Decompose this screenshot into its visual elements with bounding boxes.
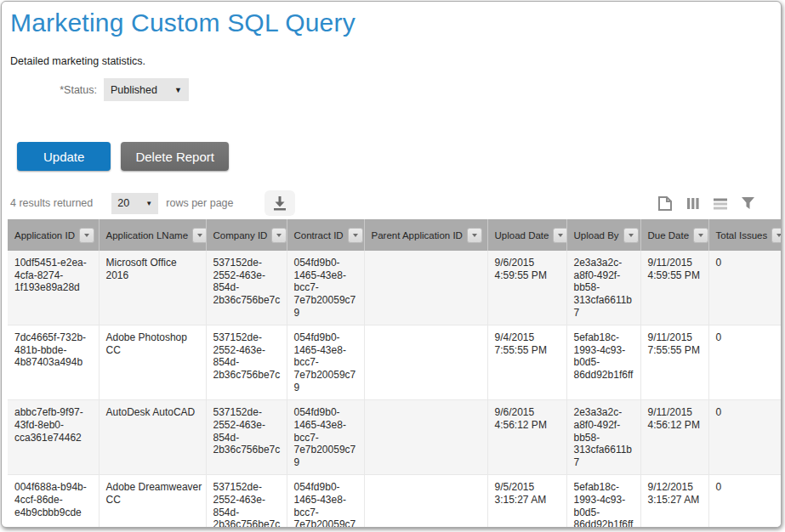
cell-total-issues: 0 xyxy=(708,400,781,475)
column-header-upload-by[interactable]: Upload By xyxy=(566,219,640,251)
cell-company-id: 537152de-2552-463e-854d-2b36c756be7c xyxy=(206,325,287,400)
update-button[interactable]: Update xyxy=(17,142,111,171)
document-icon[interactable] xyxy=(657,195,674,212)
cell-contract-id: 054fd9b0-1465-43e8-bcc7-7e7b20059c79 xyxy=(287,400,364,475)
rows-per-page-select[interactable]: 20 ▼ xyxy=(111,193,158,214)
grid-toolbar: 4 results returned 20 ▼ rows per page xyxy=(2,190,781,216)
column-menu-button[interactable] xyxy=(623,228,639,243)
cell-parent-application-id xyxy=(364,475,487,528)
report-page: Marketing Custom SQL Query Detailed mark… xyxy=(1,1,782,528)
rows-per-page-label: rows per page xyxy=(166,197,233,209)
column-menu-button[interactable] xyxy=(553,228,566,243)
chevron-down-icon: ▼ xyxy=(145,200,152,207)
cell-application-id: 10df5451-e2ea-4cfa-8274-1f193e89a28d xyxy=(8,251,99,325)
column-label: Application ID xyxy=(14,230,75,241)
column-menu-button[interactable] xyxy=(771,228,781,243)
cell-contract-id: 054fd9b0-1465-43e8-bcc7-7e7b20059c79 xyxy=(287,325,364,400)
column-header-company-id[interactable]: Company ID xyxy=(206,219,287,251)
download-button[interactable] xyxy=(265,190,295,216)
rows-icon[interactable] xyxy=(713,196,728,211)
columns-icon[interactable] xyxy=(686,196,700,211)
cell-company-id: 537152de-2552-463e-854d-2b36c756be7c xyxy=(206,475,287,528)
column-label: Due Date xyxy=(648,230,690,241)
chevron-down-icon xyxy=(84,234,89,237)
column-menu-button[interactable] xyxy=(467,228,482,243)
page-title: Marketing Custom SQL Query xyxy=(10,8,781,37)
cell-upload-by: 5efab18c-1993-4c93-b0d5-86dd92b1f6ff xyxy=(566,325,640,400)
column-menu-button[interactable] xyxy=(271,228,287,243)
cell-upload-date: 9/4/2015 7:55:55 PM xyxy=(487,325,566,400)
cell-due-date: 9/11/2015 4:59:55 PM xyxy=(640,251,708,325)
cell-parent-application-id xyxy=(364,325,487,400)
results-grid: Application ID Application LName Company… xyxy=(8,219,775,528)
cell-due-date: 9/11/2015 4:56:12 PM xyxy=(640,400,708,475)
table-row: abbc7efb-9f97-43fd-8eb0-cca361e74462 Aut… xyxy=(8,400,781,475)
column-header-upload-date[interactable]: Upload Date xyxy=(487,219,566,251)
cell-upload-date: 9/6/2015 4:59:55 PM xyxy=(487,251,566,325)
cell-application-id: 7dc4665f-732b-481b-bbde-4b87403a494b xyxy=(8,325,99,400)
cell-upload-date: 9/6/2015 4:56:12 PM xyxy=(487,400,566,475)
cell-parent-application-id xyxy=(364,400,487,475)
delete-report-button[interactable]: Delete Report xyxy=(121,142,229,171)
cell-application-id: abbc7efb-9f97-43fd-8eb0-cca361e74462 xyxy=(8,400,99,475)
cell-application-lname: Microsoft Office 2016 xyxy=(99,251,206,325)
grid-view-controls xyxy=(657,195,755,212)
cell-upload-by: 2e3a3a2c-a8f0-492f-bb58-313cfa6611b7 xyxy=(566,400,640,475)
grid-header-row: Application ID Application LName Company… xyxy=(8,219,781,251)
status-field-row: *Status: Published ▼ xyxy=(2,78,781,101)
cell-upload-by: 5efab18c-1993-4c93-b0d5-86dd92b1f6ff xyxy=(566,475,640,528)
column-label: Application LName xyxy=(106,230,189,241)
page-description: Detailed marketing statistics. xyxy=(10,55,781,67)
chevron-down-icon xyxy=(353,234,358,237)
cell-total-issues: 0 xyxy=(708,325,781,400)
column-menu-button[interactable] xyxy=(79,228,94,243)
column-label: Contract ID xyxy=(294,230,344,241)
chevron-down-icon xyxy=(558,234,563,237)
cell-parent-application-id xyxy=(364,251,487,325)
column-menu-button[interactable] xyxy=(348,228,363,243)
cell-application-lname: Adobe Dreamweaver CC xyxy=(99,475,206,528)
column-label: Parent Application ID xyxy=(372,230,463,241)
chevron-down-icon xyxy=(472,234,477,237)
status-select-value: Published xyxy=(111,84,157,96)
table-row: 7dc4665f-732b-481b-bbde-4b87403a494b Ado… xyxy=(8,325,781,400)
chevron-down-icon xyxy=(197,234,202,237)
cell-total-issues: 0 xyxy=(708,251,781,325)
table-row: 10df5451-e2ea-4cfa-8274-1f193e89a28d Mic… xyxy=(8,251,781,325)
chevron-down-icon xyxy=(698,234,703,237)
filter-icon[interactable] xyxy=(741,195,755,211)
status-label: *Status: xyxy=(2,84,97,96)
column-label: Upload By xyxy=(574,230,619,241)
column-header-contract-id[interactable]: Contract ID xyxy=(287,219,364,251)
action-buttons: Update Delete Report xyxy=(17,142,781,171)
column-menu-button[interactable] xyxy=(693,228,708,243)
column-label: Company ID xyxy=(213,230,268,241)
column-header-parent-application-id[interactable]: Parent Application ID xyxy=(364,219,487,251)
column-header-due-date[interactable]: Due Date xyxy=(640,219,708,251)
cell-upload-date: 9/5/2015 3:15:27 AM xyxy=(487,475,566,528)
chevron-down-icon xyxy=(629,234,634,237)
status-select[interactable]: Published ▼ xyxy=(104,78,189,101)
cell-due-date: 9/11/2015 7:55:55 PM xyxy=(640,325,708,400)
column-header-application-lname[interactable]: Application LName xyxy=(99,219,206,251)
column-menu-button[interactable] xyxy=(192,228,206,243)
cell-contract-id: 054fd9b0-1465-43e8-bcc7-7e7b20059c79 xyxy=(287,475,364,528)
cell-total-issues: 0 xyxy=(708,475,781,528)
cell-application-lname: AutoDesk AutoCAD xyxy=(99,400,206,475)
results-count: 4 results returned xyxy=(10,197,93,209)
cell-application-lname: Adobe Photoshop CC xyxy=(99,325,206,400)
chevron-down-icon: ▼ xyxy=(174,86,182,94)
column-label: Total Issues xyxy=(716,230,768,241)
cell-company-id: 537152de-2552-463e-854d-2b36c756be7c xyxy=(206,251,287,325)
column-label: Upload Date xyxy=(495,230,549,241)
chevron-down-icon xyxy=(276,234,282,237)
download-icon xyxy=(270,195,289,212)
cell-due-date: 9/12/2015 3:15:27 AM xyxy=(640,475,708,528)
table-row: 004f688a-b94b-4ccf-86de-e4b9cbbb9cde Ado… xyxy=(8,475,781,528)
column-header-application-id[interactable]: Application ID xyxy=(8,219,99,251)
rows-per-page-value: 20 xyxy=(117,197,129,209)
cell-application-id: 004f688a-b94b-4ccf-86de-e4b9cbbb9cde xyxy=(8,475,99,528)
cell-contract-id: 054fd9b0-1465-43e8-bcc7-7e7b20059c79 xyxy=(287,251,364,325)
column-header-total-issues[interactable]: Total Issues xyxy=(708,219,781,251)
chevron-down-icon xyxy=(776,234,781,237)
